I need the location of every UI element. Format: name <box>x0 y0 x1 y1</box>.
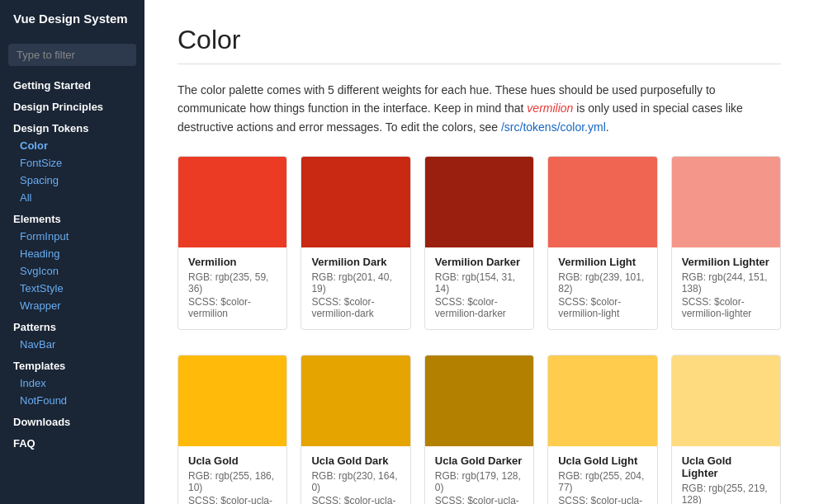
color-scss: SCSS: $color-vermilion-dark <box>311 296 400 319</box>
color-swatch <box>178 157 286 247</box>
color-rgb: RGB: rgb(255, 219, 128) <box>682 483 770 504</box>
color-scss: SCSS: $color-ucla-gold-light <box>558 495 646 504</box>
color-name: Vermilion Dark <box>311 256 400 268</box>
filter-input[interactable] <box>8 44 136 66</box>
color-card-1-0: Ucla Gold RGB: rgb(255, 186, 10) SCSS: $… <box>177 355 287 504</box>
color-swatch <box>672 356 780 446</box>
color-card-0-1: Vermilion Dark RGB: rgb(201, 40, 19) SCS… <box>301 156 410 330</box>
color-card-1-2: Ucla Gold Darker RGB: rgb(179, 128, 0) S… <box>424 355 534 504</box>
color-card-0-2: Vermilion Darker RGB: rgb(154, 31, 14) S… <box>424 156 534 330</box>
color-swatch <box>548 356 656 446</box>
sidebar-item-design-principles[interactable]: Design Principles <box>0 94 144 115</box>
color-card-1-1: Ucla Gold Dark RGB: rgb(230, 164, 0) SCS… <box>301 355 410 504</box>
color-swatch <box>548 157 656 247</box>
color-rgb: RGB: rgb(244, 151, 138) <box>682 271 770 294</box>
sidebar-item-design-tokens[interactable]: Design Tokens <box>0 115 144 137</box>
sidebar-item-elements[interactable]: Elements <box>0 206 144 228</box>
color-swatch <box>672 157 780 247</box>
color-scss: SCSS: $color-ucla-gold <box>188 495 277 504</box>
sidebar-item-index[interactable]: Index <box>0 374 144 392</box>
color-name: Vermilion <box>188 256 277 268</box>
sidebar-item-heading[interactable]: Heading <box>0 245 144 262</box>
color-name: Ucla Gold <box>188 455 277 467</box>
sidebar-item-color[interactable]: Color <box>0 137 144 154</box>
page-title: Color <box>177 25 781 55</box>
app-title[interactable]: Vue Design System <box>0 0 144 37</box>
color-card-1-3: Ucla Gold Light RGB: rgb(255, 204, 77) S… <box>547 355 657 504</box>
sidebar-item-wrapper[interactable]: Wrapper <box>0 297 144 314</box>
color-name: Ucla Gold Light <box>558 455 646 467</box>
color-rgb: RGB: rgb(255, 186, 10) <box>188 470 277 493</box>
color-card-1-4: Ucla Gold Lighter RGB: rgb(255, 219, 128… <box>671 355 781 504</box>
color-row-1: Ucla Gold RGB: rgb(255, 186, 10) SCSS: $… <box>177 355 781 504</box>
sidebar-item-templates[interactable]: Templates <box>0 353 144 374</box>
sidebar-item-faq[interactable]: FAQ <box>0 431 144 452</box>
sidebar-item-forminput[interactable]: FormInput <box>0 228 144 245</box>
sidebar-item-navbar[interactable]: NavBar <box>0 336 144 353</box>
color-name: Ucla Gold Dark <box>311 455 400 467</box>
sidebar-item-svgicon[interactable]: SvgIcon <box>0 262 144 280</box>
sidebar-filter-container <box>8 44 136 66</box>
color-scss: SCSS: $color-vermilion-lighter <box>682 296 770 319</box>
color-row-0: Vermilion RGB: rgb(235, 59, 36) SCSS: $c… <box>177 156 781 330</box>
color-yml-link[interactable]: /src/tokens/color.yml <box>501 120 606 134</box>
color-info: Vermilion Lighter RGB: rgb(244, 151, 138… <box>672 247 780 329</box>
color-rgb: RGB: rgb(230, 164, 0) <box>311 470 400 493</box>
color-info: Vermilion Light RGB: rgb(239, 101, 82) S… <box>548 247 656 329</box>
color-rgb: RGB: rgb(239, 101, 82) <box>558 271 646 294</box>
sidebar-item-fontsize[interactable]: FontSize <box>0 154 144 172</box>
color-name: Vermilion Light <box>558 256 646 268</box>
main-content: Color The color palette comes with 5 dif… <box>144 0 814 504</box>
sidebar-item-spacing[interactable]: Spacing <box>0 172 144 189</box>
color-card-0-4: Vermilion Lighter RGB: rgb(244, 151, 138… <box>671 156 781 330</box>
color-info: Vermilion RGB: rgb(235, 59, 36) SCSS: $c… <box>178 247 286 329</box>
color-info: Ucla Gold RGB: rgb(255, 186, 10) SCSS: $… <box>178 446 286 504</box>
color-swatch <box>301 157 409 247</box>
description: The color palette comes with 5 different… <box>177 81 772 136</box>
color-scss: SCSS: $color-vermilion <box>188 296 277 319</box>
color-scss: SCSS: $color-ucla-gold-dark <box>311 495 400 504</box>
color-info: Ucla Gold Dark RGB: rgb(230, 164, 0) SCS… <box>301 446 409 504</box>
color-swatch <box>178 356 286 446</box>
sidebar-item-all[interactable]: All <box>0 189 144 206</box>
description-highlight: vermilion <box>527 101 573 115</box>
color-rgb: RGB: rgb(235, 59, 36) <box>188 271 277 294</box>
color-scss: SCSS: $color-vermilion-darker <box>435 296 523 319</box>
sidebar: Vue Design System Getting Started Design… <box>0 0 144 504</box>
sidebar-item-patterns[interactable]: Patterns <box>0 314 144 336</box>
color-rgb: RGB: rgb(201, 40, 19) <box>311 271 400 294</box>
sidebar-item-textstyle[interactable]: TextStyle <box>0 280 144 297</box>
color-card-0-3: Vermilion Light RGB: rgb(239, 101, 82) S… <box>547 156 657 330</box>
sidebar-item-getting-started[interactable]: Getting Started <box>0 73 144 94</box>
description-period: . <box>606 120 609 134</box>
color-info: Ucla Gold Light RGB: rgb(255, 204, 77) S… <box>548 446 656 504</box>
color-swatch <box>301 356 409 446</box>
color-info: Vermilion Darker RGB: rgb(154, 31, 14) S… <box>425 247 533 329</box>
color-name: Vermilion Lighter <box>682 256 770 268</box>
color-card-0-0: Vermilion RGB: rgb(235, 59, 36) SCSS: $c… <box>177 156 287 330</box>
color-swatch <box>425 157 533 247</box>
color-name: Ucla Gold Lighter <box>682 455 770 479</box>
color-scss: SCSS: $color-vermilion-light <box>558 296 646 319</box>
color-scss: SCSS: $color-ucla-gold-darker <box>435 495 523 504</box>
color-name: Ucla Gold Darker <box>435 455 523 467</box>
color-swatch <box>425 356 533 446</box>
color-rgb: RGB: rgb(255, 204, 77) <box>558 470 646 493</box>
color-rgb: RGB: rgb(179, 128, 0) <box>435 470 523 493</box>
color-info: Ucla Gold Darker RGB: rgb(179, 128, 0) S… <box>425 446 533 504</box>
sidebar-item-downloads[interactable]: Downloads <box>0 409 144 431</box>
color-info: Ucla Gold Lighter RGB: rgb(255, 219, 128… <box>672 446 780 504</box>
color-rgb: RGB: rgb(154, 31, 14) <box>435 271 523 294</box>
color-rows-container: Vermilion RGB: rgb(235, 59, 36) SCSS: $c… <box>177 156 781 504</box>
sidebar-item-notfound[interactable]: NotFound <box>0 392 144 409</box>
color-name: Vermilion Darker <box>435 256 523 268</box>
title-divider <box>177 64 781 64</box>
color-info: Vermilion Dark RGB: rgb(201, 40, 19) SCS… <box>301 247 409 329</box>
